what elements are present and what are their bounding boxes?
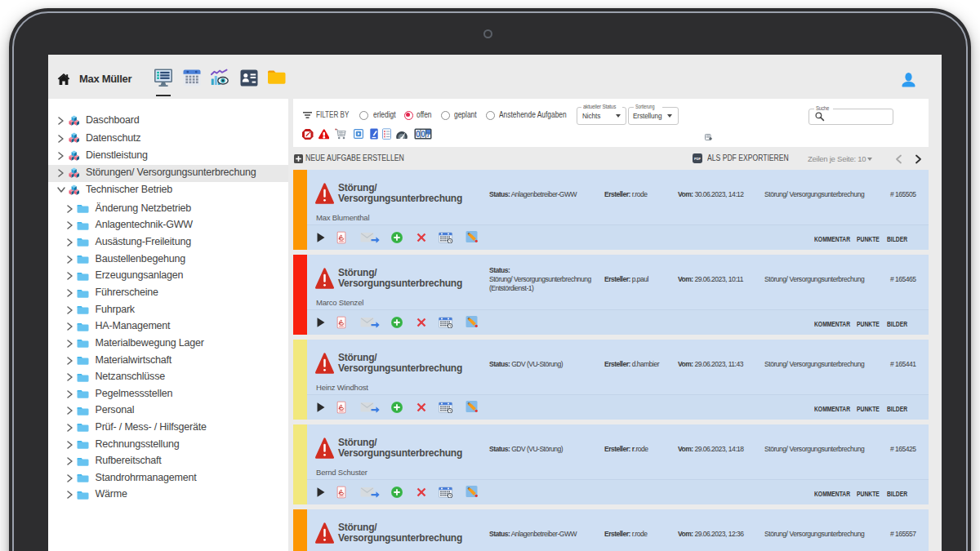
svg-text:7: 7 bbox=[426, 131, 430, 139]
svg-text:PDF: PDF bbox=[694, 157, 702, 161]
svg-text:0: 0 bbox=[421, 130, 426, 139]
svg-text:0: 0 bbox=[416, 130, 421, 139]
